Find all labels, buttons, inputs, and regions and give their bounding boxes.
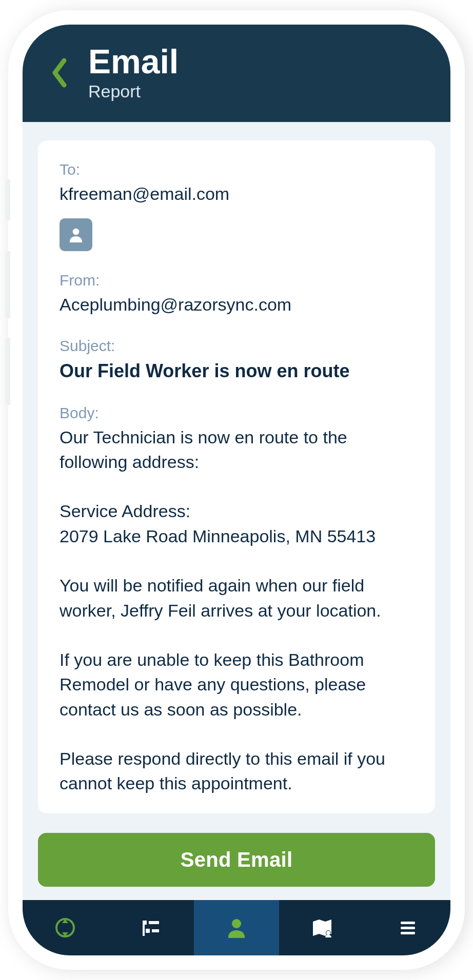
back-button[interactable] xyxy=(44,47,75,98)
body-section: Body: Our Technician is now en route to … xyxy=(60,404,413,796)
bottom-nav xyxy=(23,900,450,955)
person-icon xyxy=(224,915,249,940)
svg-point-9 xyxy=(326,931,330,935)
subject-field[interactable]: Our Field Worker is now en route xyxy=(60,359,413,384)
chevron-left-icon xyxy=(49,57,70,88)
header-title-block: Email Report xyxy=(88,44,179,101)
map-person-icon xyxy=(310,915,334,940)
nav-menu[interactable] xyxy=(365,900,450,955)
nav-sync[interactable] xyxy=(23,900,108,955)
svg-point-7 xyxy=(232,919,241,928)
svg-rect-12 xyxy=(401,932,415,934)
page-subtitle: Report xyxy=(88,81,179,101)
subject-label: Subject: xyxy=(60,337,413,355)
from-label: From: xyxy=(60,272,413,289)
phone-side-button-1 xyxy=(5,179,10,220)
menu-icon xyxy=(396,915,420,940)
svg-rect-11 xyxy=(401,927,415,929)
to-field[interactable]: kfreeman@email.com xyxy=(60,182,229,206)
from-section: From: Aceplumbing@razorsync.com xyxy=(60,272,413,317)
phone-side-button-2 xyxy=(5,251,10,318)
subject-section: Subject: Our Field Worker is now en rout… xyxy=(60,337,413,384)
content-area: To: kfreeman@email.com From: Aceplum xyxy=(23,122,450,900)
svg-rect-10 xyxy=(401,922,415,924)
sync-icon xyxy=(53,915,77,940)
nav-tasks[interactable] xyxy=(108,900,194,955)
nav-profile[interactable] xyxy=(194,900,280,955)
phone-frame: Email Report To: kfreeman@email.com xyxy=(8,10,465,970)
pick-contact-button[interactable] xyxy=(60,218,92,251)
page-title: Email xyxy=(88,44,179,79)
to-label: To: xyxy=(60,161,229,178)
nav-map[interactable] xyxy=(279,900,365,955)
email-card: To: kfreeman@email.com From: Aceplum xyxy=(38,140,435,813)
send-email-button[interactable]: Send Email xyxy=(38,833,435,887)
to-section: To: kfreeman@email.com xyxy=(60,161,413,251)
app-screen: Email Report To: kfreeman@email.com xyxy=(23,25,450,955)
body-field[interactable]: Our Technician is now en route to the fo… xyxy=(60,425,413,796)
svg-point-0 xyxy=(73,229,80,235)
list-icon xyxy=(139,915,163,940)
body-label: Body: xyxy=(60,404,413,422)
svg-rect-3 xyxy=(149,921,159,924)
svg-rect-6 xyxy=(143,921,145,936)
person-icon xyxy=(67,226,85,244)
svg-rect-4 xyxy=(146,929,150,933)
svg-rect-5 xyxy=(152,929,159,932)
app-header: Email Report xyxy=(23,25,450,122)
phone-side-button-3 xyxy=(5,338,10,405)
from-field[interactable]: Aceplumbing@razorsync.com xyxy=(60,293,413,317)
